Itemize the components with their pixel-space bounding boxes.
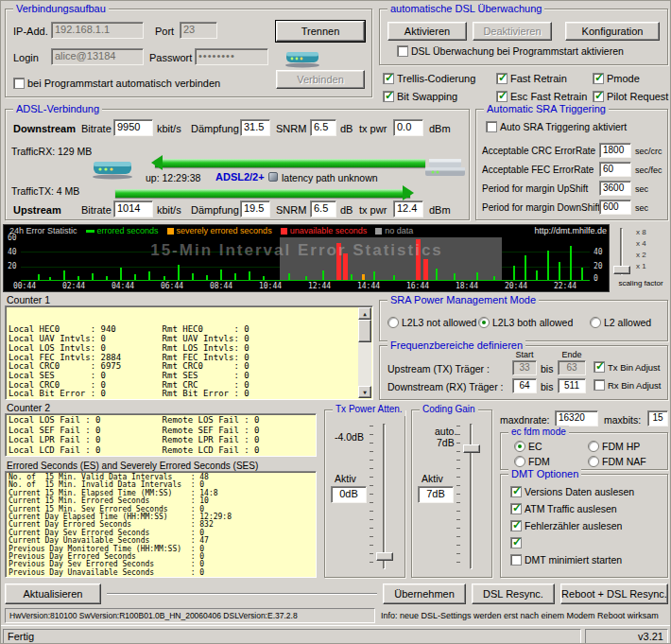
maxbits-field[interactable]: 15 — [647, 410, 668, 426]
refresh-button[interactable]: Aktualisieren — [5, 583, 101, 604]
downshift-period-field[interactable]: 600 — [599, 200, 631, 215]
rx-start-field[interactable]: 64 — [512, 378, 537, 393]
down-daempfung-field[interactable]: 31.5 — [240, 119, 270, 136]
configuration-button[interactable]: Konfiguration — [565, 22, 660, 41]
down-snrm-field[interactable]: 6.5 — [310, 119, 336, 136]
down-txpwr-field[interactable]: 0.0 — [393, 119, 423, 136]
activate-button[interactable]: Aktivieren — [387, 22, 467, 41]
tx-atten-value-field[interactable]: 0dB — [331, 486, 367, 503]
password-field[interactable]: •••••••• — [195, 48, 268, 65]
disconnect-button[interactable]: Trennen — [276, 21, 365, 42]
up-snrm-field[interactable]: 6.5 — [310, 200, 336, 218]
counter2-label: Counter 2 — [7, 402, 50, 413]
scrollbar-thumb[interactable] — [358, 320, 371, 342]
fehlerdiagramm-checkbox[interactable] — [510, 537, 525, 548]
legend-no-data: no data — [375, 226, 413, 235]
radio-ec[interactable]: EC — [514, 441, 542, 452]
maxdnrate-field[interactable]: 16320 — [555, 410, 598, 426]
scaling-slider-thumb[interactable] — [613, 266, 630, 274]
es-stats-listbox[interactable]: No. of 15 Min. Valid Data Intervals : 48… — [5, 471, 317, 578]
fec-errorrate-field[interactable]: 60 — [599, 162, 631, 177]
esc-fast-retrain-checkbox[interactable]: Esc Fast Retrain — [496, 91, 587, 102]
tx-end-field[interactable]: 63 — [558, 360, 586, 375]
scale-x2-label: x 2 — [636, 251, 646, 259]
checkbox-box-icon — [593, 91, 604, 102]
coding-gain-slider[interactable] — [461, 424, 482, 569]
scale-x1-label: x 1 — [636, 262, 646, 270]
status-message: Fertig — [3, 629, 581, 644]
coding-gain-slider-thumb[interactable] — [463, 444, 480, 453]
scale-x8-label: x 8 — [636, 228, 646, 236]
up-daempfung-field[interactable]: 19.5 — [240, 200, 270, 218]
scaling-factor-widget: x 8 x 4 x 2 x 1 scaling factor — [611, 226, 670, 292]
tx-atten-aktiv-label: Aktiv — [335, 473, 356, 484]
ses-marker-icon — [167, 228, 174, 235]
fast-retrain-checkbox[interactable]: Fast Retrain — [496, 73, 567, 84]
coding-gain-value-field[interactable]: 7dB — [418, 486, 454, 503]
port-field[interactable]: 23 — [180, 22, 217, 39]
trellis-checkbox[interactable]: Trellis-Codierung — [383, 73, 475, 84]
monitoring-startup-checkbox[interactable]: DSL Überwachung bei Programmstart aktivi… — [397, 45, 624, 57]
crc-errorrate-field[interactable]: 1800 — [599, 143, 631, 158]
apply-button[interactable]: Übernehmen — [383, 583, 466, 604]
rx-end-field[interactable]: 511 — [558, 378, 586, 393]
atm-traffic-checkbox[interactable]: ATM Traffic auslesen — [510, 503, 617, 514]
login-field[interactable]: alice@13184 — [51, 48, 144, 65]
tx-atten-slider-thumb[interactable] — [376, 552, 393, 561]
connect-button[interactable]: Verbinden — [276, 70, 365, 89]
radio-l2l3-not-allowed[interactable]: L2L3 not allowed — [387, 317, 476, 328]
scaling-factor-slider[interactable] — [615, 228, 628, 275]
versions-daten-checkbox[interactable]: Versions Daten auslesen — [510, 486, 634, 497]
sra-triggering-title: Automatic SRA Triggering — [484, 102, 609, 115]
counter1-text: Local HEC0 : 940 Rmt HEC0 : 0 Local UAV … — [9, 325, 370, 400]
radio-l2-allowed[interactable]: L2 allowed — [590, 317, 651, 328]
maxbits-label: maxbits: — [604, 414, 641, 426]
dmt-tool-window: { "connection": { "title": "Verbindungsa… — [0, 0, 671, 644]
deactivate-button[interactable]: Deaktivieren — [473, 22, 552, 41]
tx-start-field[interactable]: 33 — [512, 360, 537, 375]
scroll-down-icon[interactable]: ▼ — [358, 386, 371, 398]
up-txpwr-field[interactable]: 12.4 — [393, 200, 423, 218]
down-db-unit: dB — [340, 123, 353, 134]
rx-traeger-label: Downstream (RX) Träger : — [387, 381, 504, 392]
radio-fdm-naf[interactable]: FDM NAF — [588, 456, 646, 467]
frequency-group-title: Frequenzbereiche definieren — [387, 339, 525, 352]
checkbox-box-icon — [593, 73, 604, 84]
pmode-checkbox[interactable]: Pmode — [593, 73, 640, 84]
checkbox-box-icon — [510, 503, 522, 514]
auto-sra-checkbox[interactable]: Auto SRA Triggering aktiviert — [486, 121, 627, 132]
counter1-scrollbar[interactable]: ▲ ▼ — [358, 307, 371, 398]
counter2-listbox[interactable]: Local LOS Fail : 0 Remote LOS Fail : 0 L… — [5, 413, 317, 457]
reboot-resync-button[interactable]: Reboot + DSL Resync. — [560, 583, 668, 604]
fehlerzaehler-checkbox[interactable]: Fehlerzähler auslesen — [510, 520, 622, 531]
autoconnect-checkbox[interactable]: bei Programmstart automatisch verbinden — [13, 78, 220, 89]
upshift-period-field[interactable]: 3600 — [599, 181, 631, 196]
radio-circle-icon — [590, 317, 601, 328]
status-bar: Fertig v3.21 — [1, 625, 671, 644]
daempfung-label-up: Dämpfung — [191, 204, 239, 216]
scroll-up-icon[interactable]: ▲ — [358, 307, 371, 320]
down-bitrate-field[interactable]: 9950 — [113, 119, 153, 136]
radio-fdm-hp[interactable]: FDM HP — [588, 441, 640, 452]
rx-bin-adjust-checkbox[interactable]: Rx Bin Adjust — [594, 379, 662, 391]
downshift-period-unit: sec — [635, 203, 648, 213]
counter1-listbox[interactable]: Local HEC0 : 940 Rmt HEC0 : 0 Local UAV … — [5, 305, 373, 400]
traffic-tx-label: TrafficTX: 4 MB — [11, 185, 79, 197]
checkbox-box-icon — [510, 520, 522, 531]
bit-swapping-checkbox[interactable]: Bit Swapping — [383, 91, 457, 102]
es-stats-label: Errored Seconds (ES) and Severely Errore… — [7, 461, 258, 471]
dsl-resync-button[interactable]: DSL Resync. — [472, 583, 555, 604]
radio-fdm[interactable]: FDM — [514, 456, 550, 467]
tx-bin-adjust-checkbox[interactable]: Tx Bin Adjust — [594, 361, 660, 373]
auto-sra-label: Auto SRA Triggering aktiviert — [500, 121, 627, 132]
ytick-right-20: 20 — [594, 262, 603, 270]
radio-l2l3-both-allowed[interactable]: L2L3 both allowed — [478, 317, 573, 328]
pilot-request-checkbox[interactable]: Pilot Request — [593, 91, 668, 102]
dmt-minimiert-checkbox[interactable]: DMT minimiert starten — [510, 554, 622, 566]
up-dbm-unit: dBm — [429, 204, 451, 216]
tx-atten-slider[interactable] — [374, 424, 395, 569]
up-bitrate-field[interactable]: 1014 — [113, 200, 153, 218]
upshift-period-label: Period for margin UpShift — [482, 183, 588, 194]
ip-field[interactable]: 192.168.1.1 — [51, 22, 144, 39]
modem-icon — [284, 45, 321, 70]
